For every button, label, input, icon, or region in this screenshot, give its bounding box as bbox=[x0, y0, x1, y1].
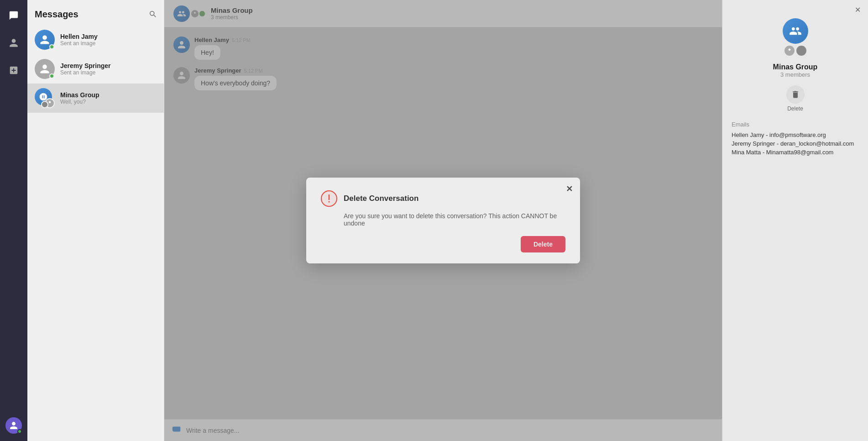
avatar-hellen-jamy bbox=[35, 30, 55, 50]
contact-item-hellen-jamy[interactable]: Hellen Jamy Sent an image bbox=[27, 25, 164, 54]
contact-name: Minas Group bbox=[60, 91, 157, 99]
panel-group-icon bbox=[783, 18, 808, 56]
user-avatar[interactable] bbox=[5, 417, 22, 434]
email-item-mina: Mina Matta - Minamatta98@gmail.com bbox=[732, 149, 859, 156]
contact-info-hellen: Hellen Jamy Sent an image bbox=[60, 33, 157, 47]
contact-name: Jeremy Springer bbox=[60, 62, 157, 69]
contact-item-jeremy-springer[interactable]: Jeremy Springer Sent an image bbox=[27, 54, 164, 84]
delete-label: Delete bbox=[787, 105, 803, 112]
contact-info-minas-group: Minas Group Well, you? bbox=[60, 91, 157, 105]
modal-overlay: ✕ Delete Conversation Are you sure you w… bbox=[164, 0, 722, 441]
modal-body: Are you sure you want to delete this con… bbox=[321, 212, 565, 227]
nav-contacts-icon[interactable] bbox=[5, 35, 22, 51]
online-indicator bbox=[49, 74, 54, 79]
panel-emails-section: Emails Hellen Jamy - info@pmsoftware.org… bbox=[732, 121, 859, 158]
search-icon[interactable] bbox=[148, 10, 157, 20]
panel-main-avatar bbox=[783, 18, 808, 44]
contact-preview: Sent an image bbox=[60, 69, 157, 76]
contact-name: Hellen Jamy bbox=[60, 33, 157, 40]
online-indicator bbox=[49, 44, 54, 49]
right-panel: ✕ Minas Group 3 members Delete Emails H bbox=[722, 0, 868, 441]
nav-chat-icon[interactable] bbox=[5, 7, 22, 24]
right-panel-close-button[interactable]: ✕ bbox=[855, 5, 861, 14]
panel-sub-avatar-2 bbox=[796, 46, 806, 56]
contact-info-jeremy: Jeremy Springer Sent an image bbox=[60, 62, 157, 76]
panel-group-name: Minas Group bbox=[773, 63, 818, 71]
modal-close-button[interactable]: ✕ bbox=[566, 184, 573, 194]
svg-point-1 bbox=[329, 201, 330, 203]
sidebar-title: Messages bbox=[35, 9, 78, 20]
modal-header: Delete Conversation bbox=[321, 190, 565, 207]
panel-members-count: 3 members bbox=[780, 71, 810, 78]
email-item-jeremy: Jeremy Springer - deran_lockon@hotmail.c… bbox=[732, 140, 859, 147]
delete-conversation-modal: ✕ Delete Conversation Are you sure you w… bbox=[306, 178, 580, 263]
chat-main: Minas Group 3 members Hellen Jamy 5:12 P… bbox=[164, 0, 722, 441]
email-item-hellen: Hellen Jamy - info@pmsoftware.org bbox=[732, 131, 859, 138]
modal-delete-button[interactable]: Delete bbox=[521, 236, 565, 252]
panel-sub-avatars bbox=[784, 46, 806, 56]
contact-item-minas-group[interactable]: Minas Group Well, you? bbox=[27, 84, 164, 113]
nav-add-icon[interactable] bbox=[5, 62, 22, 79]
modal-footer: Delete bbox=[321, 236, 565, 252]
warning-icon bbox=[321, 190, 337, 207]
avatar-jeremy-springer bbox=[35, 59, 55, 79]
sidebar: Messages Hellen Jamy Sent an image bbox=[27, 0, 164, 441]
left-navigation bbox=[0, 0, 27, 441]
sidebar-header: Messages bbox=[27, 0, 164, 25]
panel-sub-avatar-1 bbox=[784, 46, 795, 56]
contact-preview: Sent an image bbox=[60, 40, 157, 47]
modal-title: Delete Conversation bbox=[344, 194, 418, 203]
panel-delete-action[interactable]: Delete bbox=[786, 85, 805, 112]
delete-icon bbox=[786, 85, 805, 104]
avatar-minas-group bbox=[35, 88, 55, 108]
contact-preview: Well, you? bbox=[60, 99, 157, 105]
panel-emails-title: Emails bbox=[732, 121, 859, 128]
